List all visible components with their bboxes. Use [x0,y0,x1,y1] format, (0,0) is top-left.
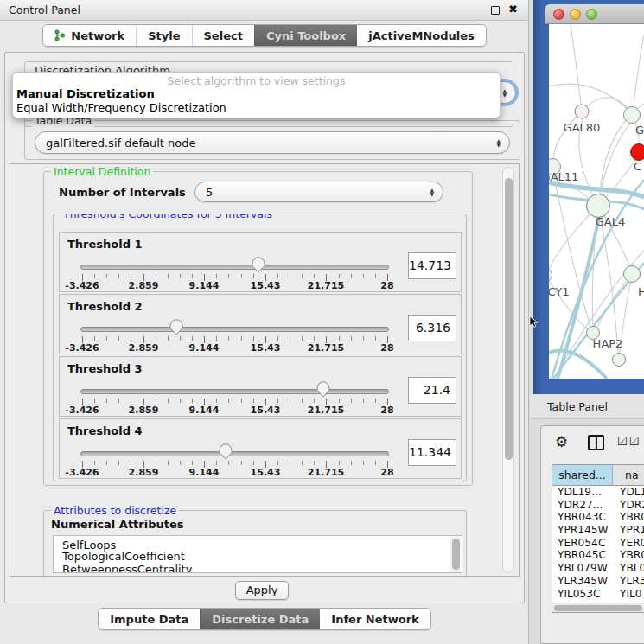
cell[interactable]: YIL0 [613,588,644,601]
tab-style[interactable]: Style [136,25,191,46]
table-row[interactable]: YDR27...YDR2 [552,499,644,512]
table-row[interactable]: YLR345WYLR3 [552,575,644,588]
cell[interactable]: YBR045C [552,549,613,562]
tick-label: 28 [380,467,393,478]
algorithm-dropdown-popup: Select algorithm to view settings Manual… [12,72,501,118]
dropdown-option-manual[interactable]: Manual Discretization [13,87,500,101]
cell[interactable]: YBL079W [552,562,613,575]
tab-infer-network[interactable]: Infer Network [320,609,430,629]
list-scrollbar-thumb[interactable] [452,539,460,570]
horizontal-scrollbar-thumb[interactable] [554,605,642,611]
threshold-1-slider-thumb[interactable] [252,257,265,273]
node-gal80[interactable] [575,105,589,118]
network-graph: GAL80 GA C GAL11 GAL4 GCY1 H HAP2 [549,24,644,379]
tab-impute-data[interactable]: Impute Data [99,609,200,629]
cell[interactable]: YER054C [552,537,613,550]
threshold-3-slider-thumb[interactable] [316,381,330,398]
tick-label: 21.715 [308,342,344,354]
tick-label: 9.144 [189,342,220,354]
vertical-scrollbar[interactable] [502,167,514,573]
column-layout-icon[interactable] [588,435,604,450]
tab-style-label: Style [148,29,180,42]
tab-select[interactable]: Select [192,25,254,46]
table-row[interactable]: YPR145WYPR1 [552,524,644,537]
network-window-titlebar[interactable] [545,4,644,24]
table-toolbar: ⚙ ☑☑ [541,426,644,461]
table-row[interactable]: YIL053CYIL0 [552,588,644,601]
minimize-traffic-light-icon[interactable] [570,9,581,20]
cell[interactable]: YBR0 [613,511,644,524]
table-data-combobox[interactable]: galFiltered.sif default node ▲▼ [35,131,510,154]
dropdown-header: Select algorithm to view settings [13,73,500,87]
node-h[interactable] [624,266,641,283]
vertical-scrollbar-thumb[interactable] [505,178,513,460]
tick-label: 9.144 [189,405,220,416]
number-of-intervals-combobox[interactable]: 5 ▲▼ [194,182,443,202]
table-row[interactable]: YDL19...YDL1 [552,486,644,499]
threshold-1-value-field[interactable]: 14.713 [408,252,456,279]
node-ga[interactable] [624,107,641,124]
zoom-traffic-light-icon[interactable] [586,9,597,20]
gear-icon[interactable]: ⚙ [555,433,568,450]
cell[interactable]: YDL1 [613,486,644,499]
list-scrollbar[interactable] [450,537,461,572]
tick-label: -3.426 [65,342,99,354]
apply-button[interactable]: Apply [235,581,289,600]
select-columns-icon[interactable]: ☑☑ [617,435,641,448]
column-header-name[interactable]: na [613,465,644,485]
cell[interactable]: YDL19... [552,486,613,499]
table-row[interactable]: YBL079WYBL0 [552,562,644,575]
table-header-row: shared... na [552,465,644,486]
threshold-4-slider-thumb[interactable] [219,443,233,460]
float-window-icon[interactable] [491,6,500,15]
cell[interactable]: YLR3 [613,575,644,588]
threshold-2-slider-thumb[interactable] [169,319,183,335]
table-row[interactable]: YER054CYER0 [552,537,644,550]
table-row[interactable]: YBR045CYBR0 [552,549,644,562]
tab-cyni-toolbox[interactable]: Cyni Toolbox [254,25,357,46]
column-header-shared-name[interactable]: shared... [552,465,613,485]
network-canvas[interactable]: GAL80 GA C GAL11 GAL4 GCY1 H HAP2 [549,24,644,379]
tab-impute-data-label: Impute Data [110,613,188,626]
tab-jactivemnodules[interactable]: jActiveMNodules [357,25,486,46]
cell[interactable]: YER0 [613,537,644,550]
cell[interactable]: YPR1 [613,524,644,537]
table-row[interactable]: YBR043CYBR0 [552,511,644,524]
horizontal-scrollbar[interactable] [552,603,644,612]
tick-label: -3.426 [65,280,99,291]
close-traffic-light-icon[interactable] [553,9,564,20]
table-panel-header: Table Panel [530,394,644,419]
threshold-1-box: Threshold 1 -3.426 2.859 9.144 [59,232,462,292]
tick-label: -3.426 [65,467,99,478]
threshold-4-value-field[interactable]: 11.344 [408,439,456,466]
threshold-2-value-field[interactable]: 6.316 [408,315,456,341]
list-item[interactable]: TopologicalCoefficient [54,550,462,564]
cell[interactable]: YDR2 [613,499,644,512]
threshold-4-label: Threshold 4 [67,424,143,437]
node-label: GAL4 [596,215,625,228]
close-icon[interactable]: ✖ [508,3,518,16]
tab-discretize-data[interactable]: Discretize Data [200,609,320,629]
dropdown-option-equal-width[interactable]: Equal Width/Frequency Discretization [13,101,500,115]
node-gal4[interactable] [587,194,610,218]
cell[interactable]: YIL053C [552,588,613,601]
cell[interactable]: YPR145W [552,524,613,537]
bottom-tabbar: Impute Data Discretize Data Infer Networ… [0,608,529,630]
node-selected-red[interactable] [631,144,644,161]
list-item[interactable]: BetweennessCentrality [54,563,462,573]
cell[interactable]: YLR345W [552,575,613,588]
list-item[interactable]: SelfLoops [54,536,462,550]
tab-network[interactable]: Network [43,25,136,46]
tick-label: 21.715 [308,467,344,478]
number-of-intervals-value: 5 [206,186,213,199]
node-bottom[interactable] [613,354,626,367]
node-gcy1[interactable] [549,269,552,282]
cell[interactable]: YBL0 [613,562,644,575]
threshold-4-box: Threshold 4 -3.426 2.859 9.144 [59,418,462,479]
cell[interactable]: YBR0 [613,549,644,562]
tab-jactivemnodules-label: jActiveMNodules [368,29,475,42]
cell[interactable]: YDR27... [552,499,613,512]
threshold-3-value-field[interactable]: 21.4 [408,377,456,404]
tick-label: 15.43 [251,280,281,291]
cell[interactable]: YBR043C [552,511,613,524]
